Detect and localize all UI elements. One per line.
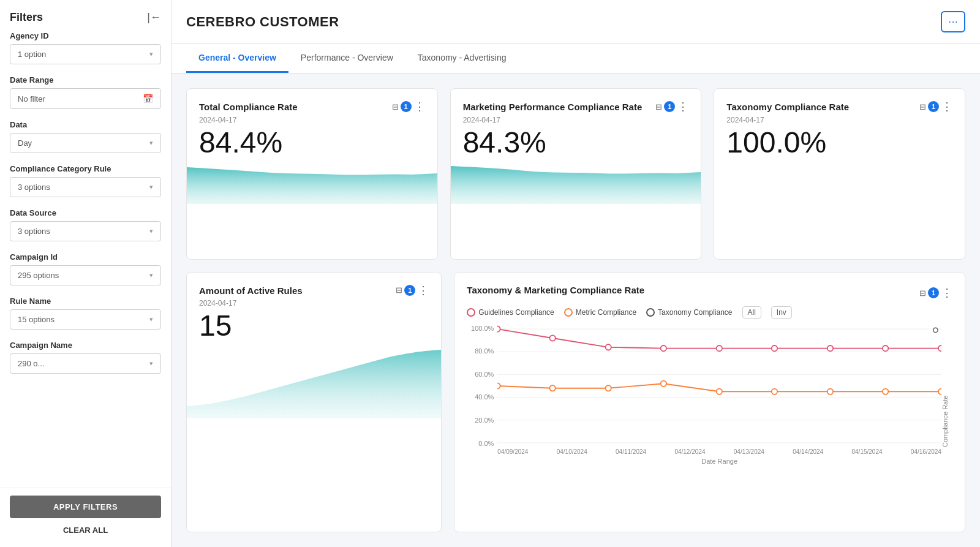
sidebar-header: Filters |← [0,0,171,31]
x-axis-labels: 04/09/2024 04/10/2024 04/11/2024 04/12/2… [497,448,941,455]
point-metric-4 [661,380,666,386]
chart-header-taxonomy-marketing: Taxonomy & Marketing Compliance Rate ⊟ 1… [467,285,952,301]
chart-title-taxonomy-marketing: Taxonomy & Marketing Compliance Rate [467,285,644,295]
sidebar: Filters |← Agency ID 1 option ▾ Date Ran… [0,0,172,547]
y-label-2: 20.0% [467,417,494,424]
card-actions-taxonomy-marketing: ⊟ 1 ⋮ [919,287,952,298]
card-taxonomy-marketing-compliance: Taxonomy & Marketing Compliance Rate ⊟ 1… [454,272,965,532]
filter-select-data[interactable]: Day ▾ [10,133,161,153]
legend-label-metric: Metric Compliance [576,308,636,317]
x-label-1: 04/09/2024 [497,448,528,455]
filter-label-campaign-id: Campaign Id [10,252,161,262]
filter-button-taxonomy-marketing[interactable]: ⊟ 1 [919,287,939,298]
area-chart-marketing-performance [451,161,701,204]
filter-select-date-range[interactable]: No filter 📅 [10,88,161,109]
card-actions-marketing-performance: ⊟ 1 ⋮ [655,101,688,112]
card-taxonomy-compliance: Taxonomy Compliance Rate ⊟ 1 ⋮ 2024-04-1… [714,88,965,260]
more-options-button-total-compliance[interactable]: ⋮ [414,101,425,112]
main-menu-button[interactable]: ⋯ [941,11,965,32]
legend-dot-metric [564,308,573,317]
filter-icon: ⊟ [655,102,662,111]
filter-button-taxonomy-compliance[interactable]: ⊟ 1 [919,101,939,112]
point-metric-5 [717,388,722,394]
x-label-7: 04/15/2024 [851,448,882,455]
tab-taxonomy-advertising[interactable]: Taxonomy - Advertising [405,44,519,73]
card-value-active-rules: 15 [199,310,429,342]
tab-performance-overview[interactable]: Performance - Overview [288,44,405,73]
chart-area-marketing-performance [451,161,701,204]
filter-label-campaign-name: Campaign Name [10,341,161,350]
card-date-active-rules: 2024-04-17 [199,299,429,307]
card-value-taxonomy-compliance: 100.0% [726,127,952,159]
point-metric-8 [883,388,888,394]
more-options-button-active-rules[interactable]: ⋮ [418,285,429,296]
point-metric-3 [606,385,611,391]
card-actions-total-compliance: ⊟ 1 ⋮ [392,101,425,112]
y-label-6: 100.0% [467,325,494,332]
calendar-icon: 📅 [143,94,153,104]
filter-select-agency-id[interactable]: 1 option ▾ [10,44,161,64]
filter-button-active-rules[interactable]: ⊟ 1 [396,285,415,296]
card-header-total-compliance: Total Compliance Rate ⊟ 1 ⋮ [199,101,425,113]
toggle-inv-button[interactable]: Inv [771,306,792,319]
point-guidelines-6 [772,345,777,351]
chart-legend: Guidelines Compliance Metric Compliance … [467,306,952,319]
x-label-5: 04/13/2024 [734,448,764,455]
filter-select-campaign-name[interactable]: 290 o... ▾ [10,353,161,374]
filter-value-campaign-id: 295 options [18,271,59,280]
card-header-active-rules: Amount of Active Rules ⊟ 1 ⋮ [199,285,429,297]
legend-item-metric: Metric Compliance [564,308,636,317]
more-options-button-taxonomy-marketing[interactable]: ⋮ [941,287,952,298]
y-axis-labels: 100.0% 80.0% 60.0% 40.0% 20.0% 0.0% [467,325,497,447]
filter-group-rule-name: Rule Name 15 options ▾ [10,296,161,330]
filter-icon: ⊟ [392,102,399,111]
filter-icon: ⊟ [919,102,926,111]
filter-button-total-compliance[interactable]: ⊟ 1 [392,101,412,112]
filter-badge-active-rules: 1 [404,285,415,296]
filter-select-campaign-id[interactable]: 295 options ▾ [10,265,161,285]
filter-select-data-source[interactable]: 3 options ▾ [10,221,161,241]
sidebar-collapse-button[interactable]: |← [147,11,161,24]
clear-all-button[interactable]: CLEAR ALL [10,523,161,537]
filter-group-campaign-name: Campaign Name 290 o... ▾ [10,341,161,374]
filter-button-marketing-performance[interactable]: ⊟ 1 [655,101,675,112]
filter-group-data-source: Data Source 3 options ▾ [10,208,161,241]
filter-select-rule-name[interactable]: 15 options ▾ [10,309,161,330]
y-axis-title: Compliance Rate [941,325,952,447]
legend-item-guidelines: Guidelines Compliance [467,308,554,317]
apply-filters-button[interactable]: APPLY FILTERS [10,496,161,518]
sidebar-title: Filters [10,11,43,24]
card-title-active-rules: Amount of Active Rules [199,285,396,297]
dashboard-content: Total Compliance Rate ⊟ 1 ⋮ 2024-04-17 8… [172,74,980,547]
area-chart-total-compliance [187,161,437,204]
card-date-marketing-performance: 2024-04-17 [463,116,689,124]
line-chart-wrapper: 100.0% 80.0% 60.0% 40.0% 20.0% 0.0% [467,325,952,465]
card-total-compliance-rate: Total Compliance Rate ⊟ 1 ⋮ 2024-04-17 8… [186,88,438,260]
card-active-rules: Amount of Active Rules ⊟ 1 ⋮ 2024-04-17 … [186,272,442,532]
chevron-down-icon: ▾ [149,139,153,147]
bottom-row: Amount of Active Rules ⊟ 1 ⋮ 2024-04-17 … [186,272,965,532]
filter-group-agency-id: Agency ID 1 option ▾ [10,31,161,64]
card-date-taxonomy-compliance: 2024-04-17 [726,116,952,124]
point-guidelines-3 [606,344,611,350]
toggle-all-button[interactable]: All [742,306,761,319]
legend-item-taxonomy: Taxonomy Compliance [646,308,732,317]
filter-group-data: Data Day ▾ [10,120,161,153]
card-marketing-performance: Marketing Performance Compliance Rate ⊟ … [450,88,702,260]
chevron-down-icon: ▾ [149,315,153,323]
legend-label-taxonomy: Taxonomy Compliance [658,308,732,317]
x-label-3: 04/11/2024 [616,448,646,455]
filter-select-compliance-category-rule[interactable]: 3 options ▾ [10,177,161,197]
filter-label-compliance-category-rule: Compliance Category Rule [10,164,161,173]
point-guidelines-8 [883,345,888,351]
more-options-button-taxonomy-compliance[interactable]: ⋮ [941,101,952,112]
filter-group-date-range: Date Range No filter 📅 [10,75,161,109]
filter-icon: ⊟ [919,289,926,298]
card-header-marketing-performance: Marketing Performance Compliance Rate ⊟ … [463,101,689,113]
point-taxonomy-indicator [933,328,938,332]
chevron-down-icon: ▾ [149,227,153,235]
more-options-button-marketing-performance[interactable]: ⋮ [677,101,688,112]
card-header-taxonomy-compliance: Taxonomy Compliance Rate ⊟ 1 ⋮ [726,101,952,113]
point-guidelines-7 [827,345,833,351]
tab-general-overview[interactable]: General - Overview [186,44,288,73]
